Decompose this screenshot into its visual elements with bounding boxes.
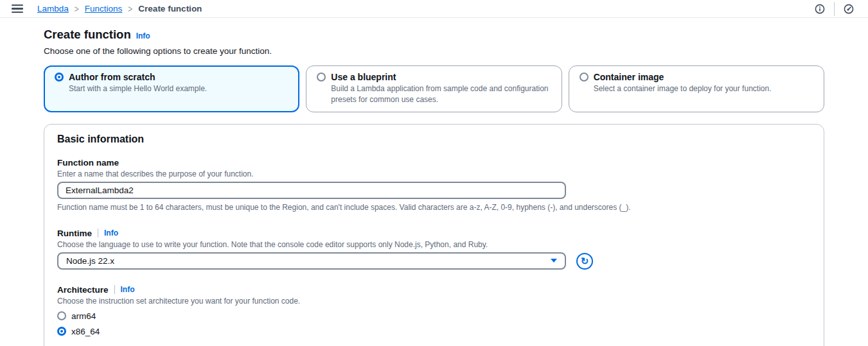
runtime-selected-value: Node.js 22.x — [66, 256, 114, 266]
architecture-option-arm64[interactable]: arm64 — [57, 311, 811, 321]
breadcrumb-link-lambda[interactable]: Lambda — [37, 4, 69, 13]
runtime-description: Choose the language to use to write your… — [57, 240, 811, 249]
breadcrumb: Lambda > Functions > Create function — [37, 4, 202, 13]
option-card-title: Use a blueprint — [331, 72, 396, 82]
breadcrumb-link-functions[interactable]: Functions — [85, 4, 123, 13]
label-divider — [114, 285, 115, 294]
option-card-author-from-scratch[interactable]: Author from scratch Start with a simple … — [44, 65, 299, 112]
radio-arm64[interactable] — [57, 311, 66, 320]
page-title: Create function — [44, 28, 131, 42]
runtime-select[interactable]: Node.js 22.x — [57, 252, 566, 270]
breadcrumb-bar: Lambda > Functions > Create function — [0, 0, 868, 18]
topbar-actions — [811, 1, 858, 17]
radio-x86-64[interactable] — [57, 327, 66, 336]
info-icon[interactable] — [811, 1, 829, 17]
function-name-input[interactable] — [57, 182, 566, 199]
radio-use-a-blueprint[interactable] — [317, 73, 326, 82]
radio-x86-64-label: x86_64 — [71, 327, 100, 336]
create-function-page: Create function Info Choose one of the f… — [0, 18, 868, 346]
breadcrumb-current-page: Create function — [138, 4, 202, 13]
breadcrumb-separator-icon: > — [75, 3, 79, 15]
chevron-down-icon — [551, 259, 557, 263]
option-card-description: Select a container image to deploy for y… — [594, 83, 813, 94]
menu-icon[interactable] — [12, 4, 23, 13]
option-card-title: Container image — [594, 72, 664, 82]
option-card-description: Start with a simple Hello World example. — [69, 83, 288, 94]
radio-author-from-scratch[interactable] — [55, 73, 64, 82]
function-name-description: Enter a name that describes the purpose … — [57, 169, 811, 178]
option-card-title: Author from scratch — [69, 72, 155, 82]
breadcrumb-separator-icon: > — [128, 3, 132, 15]
architecture-label: Architecture — [57, 285, 109, 295]
radio-arm64-label: arm64 — [71, 311, 96, 321]
refresh-runtimes-button[interactable]: ↻ — [576, 253, 593, 270]
option-card-description: Build a Lambda application from sample c… — [331, 83, 551, 106]
radio-container-image[interactable] — [580, 73, 589, 82]
runtime-label: Runtime — [57, 229, 92, 238]
option-card-container-image[interactable]: Container image Select a container image… — [569, 65, 824, 112]
runtime-info-link[interactable]: Info — [104, 229, 118, 238]
basic-information-title: Basic information — [57, 134, 811, 145]
label-divider — [98, 229, 98, 238]
topbar-divider — [834, 2, 835, 16]
page-subtitle: Choose one of the following options to c… — [44, 46, 824, 56]
creation-option-cards: Author from scratch Start with a simple … — [44, 65, 824, 112]
basic-information-panel: Basic information Function name Enter a … — [44, 124, 824, 346]
page-title-info-link[interactable]: Info — [136, 31, 150, 40]
function-name-label: Function name — [57, 158, 119, 168]
function-name-constraint: Function name must be 1 to 64 characters… — [57, 203, 811, 212]
option-card-use-a-blueprint[interactable]: Use a blueprint Build a Lambda applicati… — [306, 65, 562, 112]
architecture-description: Choose the instruction set architecture … — [57, 297, 811, 306]
gauge-icon[interactable] — [840, 1, 858, 17]
architecture-info-link[interactable]: Info — [121, 285, 135, 294]
architecture-option-x86-64[interactable]: x86_64 — [57, 327, 811, 336]
